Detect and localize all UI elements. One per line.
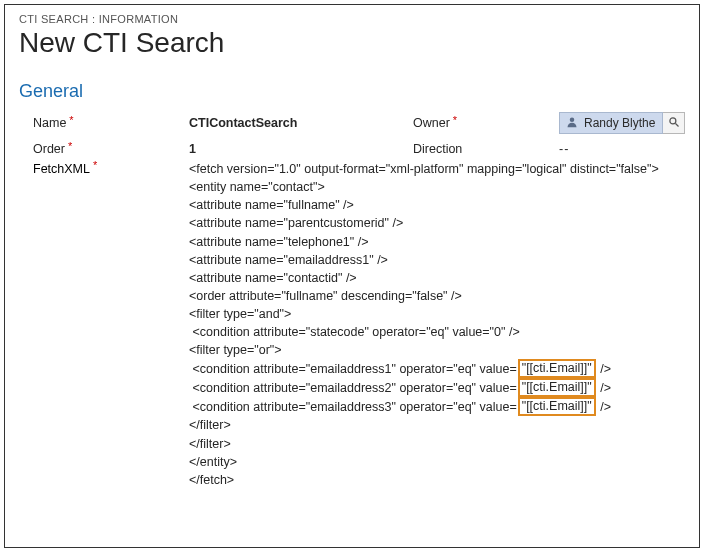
fetchxml-condition-pre: <condition attribute="emailaddress2" ope… bbox=[189, 379, 517, 397]
fetchxml-condition-post: /> bbox=[597, 379, 611, 397]
order-value[interactable]: 1 bbox=[189, 142, 389, 156]
fetchxml-condition-line: <condition attribute="emailaddress2" ope… bbox=[189, 378, 685, 397]
fetchxml-highlight: "[[cti.Email]]" bbox=[518, 397, 596, 416]
fetchxml-line: </fetch> bbox=[189, 471, 685, 489]
owner-lookup[interactable]: Randy Blythe bbox=[559, 112, 685, 134]
name-label: Name* bbox=[19, 116, 179, 130]
fetchxml-line: <condition attribute="statecode" operato… bbox=[189, 323, 685, 341]
fetchxml-condition-line: <condition attribute="emailaddress3" ope… bbox=[189, 397, 685, 416]
fetchxml-line: <attribute name="parentcustomerid" /> bbox=[189, 214, 685, 232]
form-frame: CTI SEARCH : INFORMATION New CTI Search … bbox=[4, 4, 700, 548]
svg-point-0 bbox=[570, 117, 575, 122]
fetchxml-line: <entity name="contact"> bbox=[189, 178, 685, 196]
fetchxml-line: <filter type="and"> bbox=[189, 305, 685, 323]
owner-label-text: Owner bbox=[413, 116, 450, 130]
fetchxml-line: <order attribute="fullname" descending="… bbox=[189, 287, 685, 305]
fetchxml-line: <attribute name="emailaddress1" /> bbox=[189, 251, 685, 269]
person-icon bbox=[566, 116, 578, 131]
page-title: New CTI Search bbox=[19, 27, 685, 59]
fetchxml-label-text: FetchXML bbox=[33, 162, 90, 176]
fetchxml-condition-post: /> bbox=[597, 398, 611, 416]
fetchxml-line: <attribute name="fullname" /> bbox=[189, 196, 685, 214]
fetchxml-line: </filter> bbox=[189, 435, 685, 453]
svg-line-2 bbox=[675, 123, 678, 126]
breadcrumb: CTI SEARCH : INFORMATION bbox=[19, 13, 685, 25]
direction-value[interactable]: -- bbox=[559, 142, 685, 156]
fetchxml-line: <attribute name="contactid" /> bbox=[189, 269, 685, 287]
required-star-icon: * bbox=[69, 114, 73, 126]
form-grid: Name* CTIContactSearch Owner* Randy Blyt… bbox=[19, 112, 685, 156]
fetchxml-row: FetchXML* <fetch version="1.0" output-fo… bbox=[19, 160, 685, 489]
fetchxml-value[interactable]: <fetch version="1.0" output-format="xml-… bbox=[189, 160, 685, 489]
owner-value: Randy Blythe bbox=[584, 116, 655, 130]
fetchxml-condition-pre: <condition attribute="emailaddress1" ope… bbox=[189, 360, 517, 378]
fetchxml-condition-line: <condition attribute="emailaddress1" ope… bbox=[189, 359, 685, 378]
required-star-icon: * bbox=[453, 114, 457, 126]
fetchxml-condition-pre: <condition attribute="emailaddress3" ope… bbox=[189, 398, 517, 416]
required-star-icon: * bbox=[93, 159, 97, 171]
fetchxml-line: <attribute name="telephone1" /> bbox=[189, 233, 685, 251]
name-value[interactable]: CTIContactSearch bbox=[189, 116, 389, 130]
owner-label: Owner* bbox=[399, 116, 549, 130]
name-label-text: Name bbox=[33, 116, 66, 130]
order-label-text: Order bbox=[33, 142, 65, 156]
owner-lookup-field[interactable]: Randy Blythe bbox=[559, 112, 663, 134]
required-star-icon: * bbox=[68, 140, 72, 152]
search-icon bbox=[668, 116, 680, 131]
svg-point-1 bbox=[669, 117, 675, 123]
fetchxml-highlight: "[[cti.Email]]" bbox=[518, 378, 596, 397]
section-general-header: General bbox=[19, 81, 685, 102]
owner-lookup-button[interactable] bbox=[663, 112, 685, 134]
fetchxml-highlight: "[[cti.Email]]" bbox=[518, 359, 596, 378]
fetchxml-line: </entity> bbox=[189, 453, 685, 471]
direction-label-text: Direction bbox=[413, 142, 462, 156]
fetchxml-condition-post: /> bbox=[597, 360, 611, 378]
fetchxml-line: </filter> bbox=[189, 416, 685, 434]
direction-label: Direction bbox=[399, 142, 549, 156]
fetchxml-line: <fetch version="1.0" output-format="xml-… bbox=[189, 160, 685, 178]
fetchxml-label: FetchXML* bbox=[19, 160, 189, 176]
fetchxml-line: <filter type="or"> bbox=[189, 341, 685, 359]
order-label: Order* bbox=[19, 142, 179, 156]
